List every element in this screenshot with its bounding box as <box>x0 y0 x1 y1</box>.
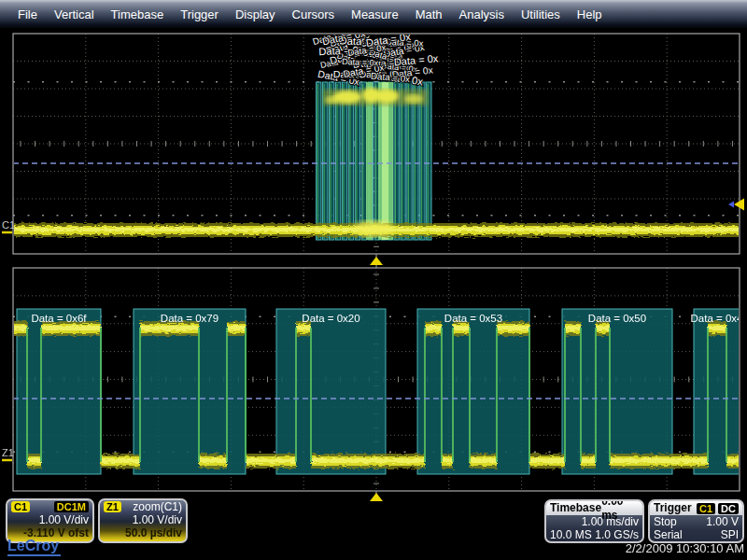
spi-decode-label: Data = 0x20 <box>302 313 359 324</box>
scope-display: Data = 0xData = 0xData = 0xData = 0xData… <box>0 0 747 560</box>
timebase-title: Timebase <box>550 501 601 515</box>
z1-trace-label: Z1 <box>2 447 14 458</box>
zoom-time-marker[interactable] <box>370 493 383 501</box>
trigger-class: Serial <box>654 528 683 541</box>
trigger-title: Trigger <box>654 501 692 515</box>
trigger-protocol: SPI <box>721 528 739 541</box>
c1-vdiv: 1.00 V/div <box>39 513 89 526</box>
zoom-z1-descriptor[interactable]: Z1 zoom(C1) 1.00 V/div 50.0 µs/div <box>98 498 188 543</box>
datetime-display: 2/2/2009 10:30:10 AM <box>626 541 744 555</box>
lecroy-logo: LeCroy <box>7 538 61 556</box>
spi-decode-label: Data = 0x6f <box>31 313 87 324</box>
c1-coupling: DC1M <box>54 501 89 512</box>
top-waveform-area: Data = 0xData = 0xData = 0xData = 0xData… <box>13 26 740 240</box>
channel-c1-descriptor[interactable]: C1 DC1M 1.00 V/div -3.110 V ofst <box>6 498 94 543</box>
timebase-descriptor[interactable]: Timebase 0.00 ms 1.00 ms/div 10.0 MS 1.0… <box>544 499 644 543</box>
decode-label-scramble: Data = 0xData = 0xData = 0xData = 0xData… <box>311 26 439 88</box>
spi-decode-box <box>276 309 386 474</box>
spi-decode-label: Data = 0x53 <box>444 313 502 324</box>
timebase-tdiv: 1.00 ms/div <box>582 515 639 528</box>
oscilloscope-screen: FileVerticalTimebaseTriggerDisplayCursor… <box>0 0 747 560</box>
c1-badge: C1 <box>11 501 30 512</box>
spi-decode-label: Data = 0x50 <box>588 313 646 324</box>
trigger-level-marker-tip <box>728 202 734 208</box>
z1-badge: Z1 <box>104 501 121 512</box>
c1-trace-label: C1 <box>2 219 15 231</box>
timebase-rate: 1.0 GS/s <box>595 528 639 541</box>
trigger-descriptor[interactable]: Trigger C1 DC Stop 1.00 V Serial SPI <box>648 499 744 543</box>
trigger-time-marker[interactable] <box>370 257 383 265</box>
trigger-coupling-chip: DC <box>718 503 739 514</box>
svg-text:Data = 0x: Data = 0x <box>342 57 379 67</box>
trigger-mode: Stop <box>654 515 677 528</box>
timebase-samples: 10.0 MS <box>550 528 592 541</box>
spi-decode-label: Data = 0x4 <box>691 313 744 324</box>
z1-tdiv: 50.0 µs/div <box>125 526 182 539</box>
trigger-level: 1.00 V <box>706 515 739 528</box>
z1-source: zoom(C1) <box>133 500 182 513</box>
zoom-waveform-area: Data = 0x6fData = 0x79Data = 0x20Data = … <box>13 309 747 474</box>
spi-decode-label: Data = 0x79 <box>161 313 218 324</box>
trigger-source-chip: C1 <box>697 503 715 514</box>
z1-vdiv: 1.00 V/div <box>133 513 182 526</box>
